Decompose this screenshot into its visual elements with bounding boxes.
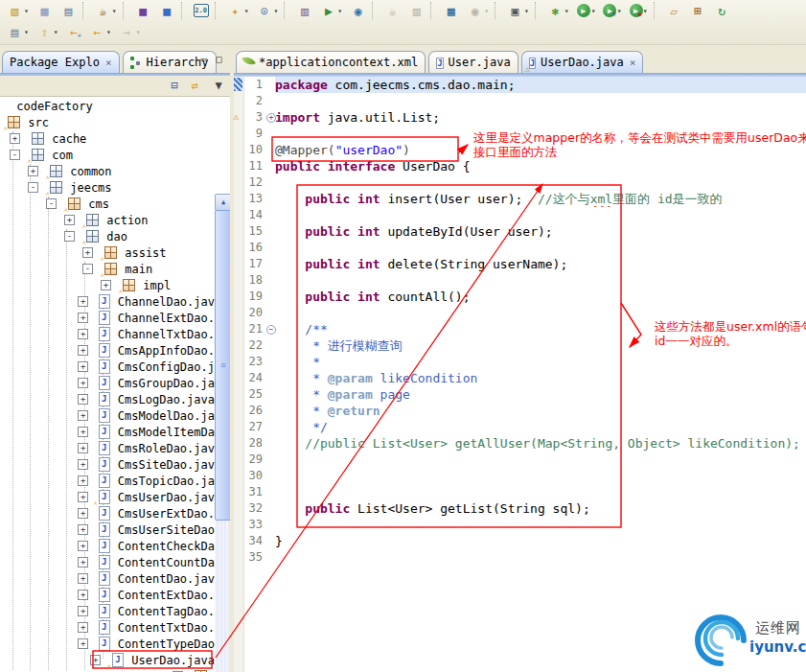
report-design-button[interactable]: ▦ xyxy=(440,0,462,21)
expand-icon[interactable]: + xyxy=(10,133,20,144)
tree-item-cmstopicdao-ja[interactable]: +J CmsTopicDao.ja xyxy=(0,473,215,489)
forward-button[interactable]: →▾ xyxy=(116,21,144,42)
run-button[interactable]: ▶▾ xyxy=(574,0,599,21)
back-button[interactable]: ←▾ xyxy=(86,21,114,42)
expand-icon[interactable]: + xyxy=(82,247,93,258)
save-button[interactable]: ▦ xyxy=(34,0,56,21)
open-type-button[interactable]: ⊙▾ xyxy=(253,0,281,21)
expand-icon[interactable]: + xyxy=(78,313,88,323)
close-icon[interactable]: × xyxy=(105,57,112,69)
tree-item-contenttxtdao-[interactable]: +J ContentTxtDao. xyxy=(0,619,215,636)
minimize-button[interactable]: ▭ xyxy=(196,53,211,66)
expand-icon[interactable]: + xyxy=(78,427,88,437)
editor-tab-userdao-java[interactable]: J⚠UserDao.java× xyxy=(521,51,644,73)
tree-item-channelextdao-[interactable]: +J ChannelExtDao. xyxy=(0,310,215,326)
open-type-dropdown-arrow[interactable]: ▾ xyxy=(273,7,278,15)
expand-icon[interactable]: + xyxy=(78,541,88,551)
close-icon[interactable]: × xyxy=(630,57,636,69)
tree-item-cmsmodeldao-ja[interactable]: +J CmsModelDao.ja xyxy=(0,407,215,424)
maximize-button[interactable]: □ xyxy=(212,53,226,66)
tree-item-cmsroledao-jav[interactable]: +J CmsRoleDao.jav xyxy=(0,440,215,456)
view-menu-icon[interactable]: ▼ xyxy=(211,78,226,93)
run-history-dropdown-arrow[interactable]: ▾ xyxy=(617,7,622,15)
last-edit-location-button[interactable]: ←✳ xyxy=(63,21,84,42)
promote-dropdown-arrow[interactable]: ▾ xyxy=(54,28,58,36)
tree-item-action[interactable]: +⚠ action xyxy=(0,212,215,228)
open-task-folder-button[interactable]: ▱ xyxy=(663,0,685,21)
expand-icon[interactable]: + xyxy=(78,443,88,453)
print-button[interactable]: ▤ xyxy=(58,0,80,21)
editor-tab-user-java[interactable]: JUser.java xyxy=(428,51,518,73)
tree-item-contentdao-jav[interactable]: +J ContentDao.jav xyxy=(0,570,215,587)
profile-dropdown-arrow[interactable]: ▾ xyxy=(643,7,648,15)
code-text[interactable] xyxy=(275,174,806,191)
expand-icon[interactable]: + xyxy=(101,280,111,290)
code-text[interactable]: public interface UserDao { xyxy=(275,158,806,174)
tree-item-cmsmodelitemda[interactable]: +J CmsModelItemDa xyxy=(0,424,215,440)
tree-item-cmsappinfodao-[interactable]: +J CmsAppInfoDao. xyxy=(0,342,215,359)
tree-item-dao[interactable]: -⚠ dao xyxy=(0,228,215,244)
tree-item-com[interactable]: -⚠ com xyxy=(0,147,215,163)
expand-icon[interactable]: + xyxy=(78,410,88,421)
new-wizard-button[interactable]: ▧▾ xyxy=(4,0,32,21)
tree-item-cmsusersitedao[interactable]: +J CmsUserSiteDao xyxy=(0,521,215,538)
new-cube-blue-button[interactable]: ■ xyxy=(156,0,178,21)
tree-item-contentcheckda[interactable]: +J ContentCheckDa xyxy=(0,538,215,554)
import-server-button[interactable]: ▥ xyxy=(293,0,315,21)
tree-item-cmslogdao-java[interactable]: +J CmsLogDao.java xyxy=(0,391,215,407)
tree-item-cmsconfigdao-j[interactable]: +J CmsConfigDao.j xyxy=(0,359,215,375)
globe-disabled-button[interactable]: ◉▾ xyxy=(464,0,492,21)
coffee-disabled-button[interactable]: ☕ xyxy=(381,0,403,21)
code-text[interactable]: } xyxy=(275,533,806,549)
tree-item-cmsgroupdao-ja[interactable]: +J CmsGroupDao.ja xyxy=(0,375,215,391)
expand-icon[interactable]: + xyxy=(78,508,88,519)
collapse-icon[interactable]: - xyxy=(46,198,57,209)
code-text[interactable] xyxy=(275,207,806,223)
code-editor[interactable]: 1package com.jeecms.cms.dao.main;2⚠3+imp… xyxy=(234,77,806,672)
code-text[interactable]: * @param page xyxy=(275,386,806,403)
export-db-disabled-button[interactable]: ▥ xyxy=(405,0,427,21)
editor-tab--applicationcontext-xml[interactable]: *applicationcontext.xml xyxy=(236,51,426,73)
list-view-button[interactable]: ▤▾ xyxy=(4,21,32,42)
collapse-all-icon[interactable]: ⊟ xyxy=(167,78,182,93)
refresh-button[interactable]: ↻ xyxy=(711,0,733,21)
tree-item-src[interactable]: ⚠ src xyxy=(0,114,215,130)
start-server-dropdown-arrow[interactable]: ▾ xyxy=(337,7,342,15)
expand-icon[interactable]: + xyxy=(78,329,88,339)
expand-icon[interactable]: + xyxy=(78,590,88,600)
expand-icon[interactable]: + xyxy=(78,459,88,470)
code-text[interactable] xyxy=(275,93,806,109)
tree-item-contenttypedao[interactable]: +J ContentTypeDao xyxy=(0,636,215,652)
screenshot-button[interactable]: ▣▾ xyxy=(504,0,532,21)
expand-icon[interactable]: + xyxy=(78,492,88,502)
start-server-button[interactable]: ▶▾ xyxy=(317,0,345,21)
expand-icon[interactable]: + xyxy=(64,215,75,225)
expand-icon[interactable]: + xyxy=(78,345,88,356)
collapse-icon[interactable]: - xyxy=(64,231,75,242)
tree-item-cmsuserextdao-[interactable]: +J CmsUserExtDao. xyxy=(0,505,215,521)
new-java-ee-dropdown-arrow[interactable]: ▾ xyxy=(112,7,117,15)
run-history-button[interactable]: ▶≡▾ xyxy=(600,0,624,21)
list-view-dropdown-arrow[interactable]: ▾ xyxy=(24,28,29,36)
tree-item-assist[interactable]: +⚠ assist xyxy=(0,244,215,261)
code-text[interactable] xyxy=(275,240,806,256)
code-text[interactable] xyxy=(275,484,806,500)
expand-icon[interactable]: + xyxy=(78,524,88,535)
tree-item-partial[interactable]: -⚠ xyxy=(0,668,215,672)
view-tab-package-explo[interactable]: Package Explo× xyxy=(2,51,120,73)
fold-expand-icon[interactable]: + xyxy=(266,113,276,123)
tree-item-cms[interactable]: -⚠ cms xyxy=(0,196,215,212)
scroll-up-button[interactable]: ▲ xyxy=(215,194,230,211)
new-package-dropdown-arrow[interactable]: ▾ xyxy=(244,7,249,15)
screenshot-dropdown-arrow[interactable]: ▾ xyxy=(524,7,529,15)
tree-item-channeldao-jav[interactable]: +J ChannelDao.jav xyxy=(0,293,215,310)
new-grid-button[interactable]: ⊞ xyxy=(687,0,709,21)
debug-button[interactable]: ✱▾ xyxy=(544,0,572,21)
scroll-thumb[interactable]: ≡ xyxy=(215,210,230,521)
tree-item-channeltxtdao-[interactable]: +J ChannelTxtDao. xyxy=(0,326,215,342)
debug-dropdown-arrow[interactable]: ▾ xyxy=(564,7,569,15)
web-browser-button[interactable]: ◉ xyxy=(347,0,369,21)
code-text[interactable] xyxy=(275,272,806,289)
tree-item-cache[interactable]: + cache xyxy=(0,130,215,147)
code-text[interactable] xyxy=(275,517,806,533)
